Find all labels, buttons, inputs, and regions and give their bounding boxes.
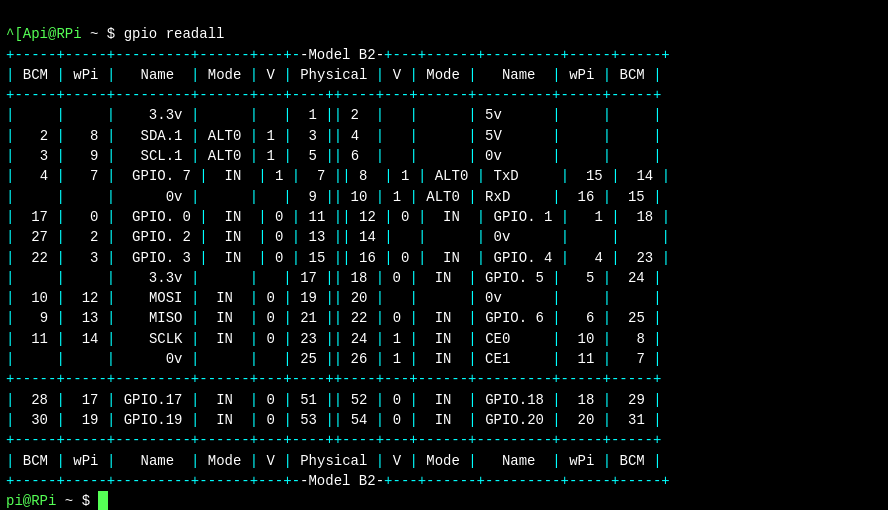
output-line-21: | BCM | wPi | Name | Mode | V | Physical… bbox=[6, 453, 662, 469]
output-line-12: | | | 3.3v | | | 17 || 18 | 0 | IN | GPI… bbox=[6, 270, 662, 286]
output-line-5: | 2 | 8 | SDA.1 | ALT0 | 1 | 3 || 4 | | … bbox=[6, 128, 662, 144]
output-line-3: +-----+-----+---------+------+---+----++… bbox=[6, 87, 661, 103]
output-line-14: | 9 | 13 | MISO | IN | 0 | 21 || 22 | 0 … bbox=[6, 310, 662, 326]
output-line-6: | 3 | 9 | SCL.1 | ALT0 | 1 | 5 || 6 | | … bbox=[6, 148, 662, 164]
output-line-17: +-----+-----+---------+------+---+----++… bbox=[6, 371, 661, 387]
output-line-16: | | | 0v | | | 25 || 26 | 1 | IN | CE1 |… bbox=[6, 351, 662, 367]
output-line-9: | 17 | 0 | GPIO. 0 | IN | 0 | 11 || 12 |… bbox=[6, 209, 670, 225]
output-line-22: +-----+-----+---------+------+---+--Mode… bbox=[6, 473, 670, 489]
output-line-1: +-----+-----+---------+------+---+--Mode… bbox=[6, 47, 670, 63]
prompt-line[interactable]: pi@RPi ~ $ bbox=[6, 493, 108, 509]
output-line-18: | 28 | 17 | GPIO.17 | IN | 0 | 51 || 52 … bbox=[6, 392, 662, 408]
output-line-7: | 4 | 7 | GPIO. 7 | IN | 1 | 7 || 8 | 1 … bbox=[6, 168, 670, 184]
output-line-10: | 27 | 2 | GPIO. 2 | IN | 0 | 13 || 14 |… bbox=[6, 229, 670, 245]
command-line: ^[Api@RPi ~ $ gpio readall bbox=[6, 26, 224, 42]
output-line-4: | | | 3.3v | | | 1 || 2 | | | 5v | | | bbox=[6, 107, 662, 123]
terminal: ^[Api@RPi ~ $ gpio readall +-----+-----+… bbox=[0, 0, 888, 510]
output-line-8: | | | 0v | | | 9 || 10 | 1 | ALT0 | RxD … bbox=[6, 189, 662, 205]
output-line-15: | 11 | 14 | SCLK | IN | 0 | 23 || 24 | 1… bbox=[6, 331, 662, 347]
output-line-11: | 22 | 3 | GPIO. 3 | IN | 0 | 15 || 16 |… bbox=[6, 250, 670, 266]
output-line-13: | 10 | 12 | MOSI | IN | 0 | 19 || 20 | |… bbox=[6, 290, 662, 306]
output-line-20: +-----+-----+---------+------+---+----++… bbox=[6, 432, 661, 448]
output-line-2: | BCM | wPi | Name | Mode | V | Physical… bbox=[6, 67, 662, 83]
output-line-19: | 30 | 19 | GPIO.19 | IN | 0 | 53 || 54 … bbox=[6, 412, 662, 428]
